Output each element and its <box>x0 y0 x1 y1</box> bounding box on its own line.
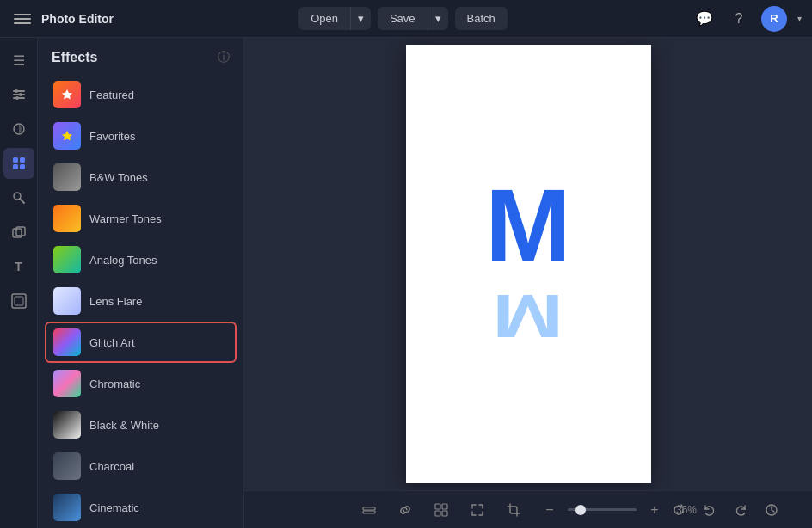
grid-button[interactable] <box>428 497 454 523</box>
svg-rect-10 <box>20 164 25 169</box>
effect-name-charcoal: Charcoal <box>89 460 134 473</box>
effects-list: FeaturedFavoritesB&W TonesWarmer TonesAn… <box>38 74 243 528</box>
effect-name-favorites: Favorites <box>89 130 135 143</box>
effect-item-featured[interactable]: Featured <box>45 74 237 115</box>
effect-name-lens-flare: Lens Flare <box>89 295 142 308</box>
sidebar-icon-overlay[interactable] <box>3 217 34 248</box>
svg-point-4 <box>19 93 22 96</box>
svg-rect-15 <box>12 294 26 308</box>
effects-panel: Effects ⓘ FeaturedFavoritesB&W TonesWarm… <box>38 38 244 528</box>
svg-rect-9 <box>13 164 18 169</box>
app-title: Photo Editor <box>41 12 114 26</box>
effect-item-bw-tones[interactable]: B&W Tones <box>45 157 237 198</box>
svg-rect-23 <box>435 511 440 516</box>
zoom-in-button[interactable]: + <box>642 497 667 523</box>
sidebar-icon-menu[interactable]: ☰ <box>3 45 34 76</box>
link-button[interactable] <box>392 497 418 523</box>
effect-thumb-warmer <box>53 205 81 232</box>
effect-name-glitch-art: Glitch Art <box>89 336 135 349</box>
bottom-right-tools <box>666 497 784 523</box>
chat-icon-button[interactable]: 💬 <box>692 7 717 31</box>
svg-rect-20 <box>363 511 375 513</box>
effect-thumb-charcoal <box>53 452 81 480</box>
icon-sidebar: ☰ <box>0 38 38 528</box>
sidebar-icon-effects[interactable] <box>3 148 34 179</box>
effects-info-icon[interactable]: ⓘ <box>218 50 230 65</box>
effect-item-analog[interactable]: Analog Tones <box>45 239 237 280</box>
sidebar-icon-adjust[interactable] <box>3 79 34 110</box>
bottom-toolbar: − + 36% <box>244 490 812 528</box>
svg-rect-21 <box>435 504 440 509</box>
fit-button[interactable] <box>464 497 490 523</box>
open-btn-group: Open ▾ <box>298 7 371 30</box>
effect-item-charcoal[interactable]: Charcoal <box>45 445 237 487</box>
effect-thumb-glitch-art <box>53 328 81 356</box>
effect-item-chromatic[interactable]: Chromatic <box>45 363 237 404</box>
svg-rect-19 <box>363 507 375 510</box>
zoom-out-button[interactable]: − <box>537 497 563 523</box>
redo-button[interactable] <box>728 497 754 523</box>
svg-rect-8 <box>20 157 25 163</box>
effect-name-chromatic: Chromatic <box>89 378 140 390</box>
effect-thumb-bw-tones <box>53 163 81 191</box>
hamburger-button[interactable] <box>10 7 34 31</box>
canvas-area: M M <box>244 38 812 528</box>
header-center: Open ▾ Save ▾ Batch <box>114 7 692 30</box>
bottom-center-tools: − + 36% <box>356 497 700 523</box>
svg-line-12 <box>20 199 24 203</box>
svg-rect-24 <box>442 511 447 516</box>
open-dropdown-button[interactable]: ▾ <box>351 7 371 30</box>
effect-name-black-white: Black & White <box>89 419 159 432</box>
sidebar-icon-filter[interactable] <box>3 114 34 144</box>
crop-button[interactable] <box>501 497 526 523</box>
layers-button[interactable] <box>356 497 382 523</box>
effect-thumb-black-white <box>53 411 81 439</box>
canvas-main: M M <box>244 38 812 490</box>
bottom-all: − + 36% <box>258 497 798 523</box>
batch-button[interactable]: Batch <box>455 7 508 30</box>
avatar-button[interactable]: R <box>761 6 787 32</box>
effect-thumb-featured <box>53 81 81 108</box>
effect-item-glitch-art[interactable]: Glitch Art <box>45 322 237 363</box>
history-button[interactable] <box>759 497 784 523</box>
effect-item-favorites[interactable]: Favorites <box>45 115 237 157</box>
svg-point-3 <box>15 89 18 93</box>
undo-button[interactable] <box>697 497 723 523</box>
sidebar-icon-text[interactable]: T <box>3 251 34 282</box>
effect-item-cinematic[interactable]: Cinematic <box>45 487 237 528</box>
effect-thumb-chromatic <box>53 370 81 397</box>
effect-item-warmer[interactable]: Warmer Tones <box>45 198 237 239</box>
sidebar-icon-frames[interactable] <box>3 285 34 316</box>
letter-m-reflection: M <box>492 289 563 343</box>
zoom-slider[interactable] <box>568 508 637 511</box>
svg-rect-7 <box>13 157 18 163</box>
header-left: Photo Editor <box>10 7 114 31</box>
effect-thumb-lens-flare <box>53 287 81 315</box>
effect-name-bw-tones: B&W Tones <box>89 171 148 184</box>
save-dropdown-button[interactable]: ▾ <box>428 7 448 30</box>
svg-marker-17 <box>62 89 72 100</box>
main-layout: ☰ <box>0 38 812 528</box>
refresh-button[interactable] <box>666 497 692 523</box>
hamburger-icon <box>14 10 31 28</box>
effect-thumb-analog <box>53 246 81 273</box>
effect-item-lens-flare[interactable]: Lens Flare <box>45 280 237 322</box>
open-button[interactable]: Open <box>298 7 351 30</box>
svg-point-5 <box>15 96 19 100</box>
effect-name-featured: Featured <box>89 89 134 101</box>
canvas-content: M M <box>485 174 571 354</box>
svg-marker-18 <box>62 131 72 141</box>
effect-item-black-white[interactable]: Black & White <box>45 404 237 445</box>
help-icon-button[interactable]: ? <box>727 7 751 31</box>
effect-name-cinematic: Cinematic <box>89 501 139 514</box>
app-header: Photo Editor Open ▾ Save ▾ Batch 💬 ? R ▾ <box>0 0 812 38</box>
letter-m-top: M <box>485 174 571 277</box>
effect-thumb-cinematic <box>53 494 81 521</box>
sidebar-icon-retouch[interactable] <box>3 182 34 213</box>
save-button[interactable]: Save <box>378 7 428 30</box>
svg-rect-16 <box>15 297 23 305</box>
avatar-chevron-icon: ▾ <box>797 14 802 23</box>
svg-rect-22 <box>442 504 447 509</box>
effect-name-analog: Analog Tones <box>89 254 157 267</box>
header-right: 💬 ? R ▾ <box>692 6 802 32</box>
